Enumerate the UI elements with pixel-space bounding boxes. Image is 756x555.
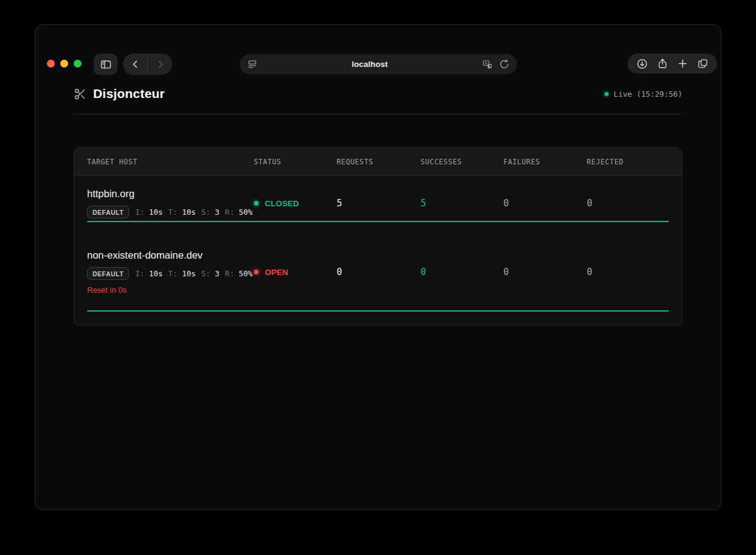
- status-cell: CLOSED: [254, 199, 337, 208]
- status-cell: OPEN: [254, 268, 337, 277]
- breakers-table: TARGET HOST STATUS REQUESTS SUCCESSES FA…: [74, 147, 682, 326]
- tab-overview-button[interactable]: [697, 58, 709, 69]
- success-rate-bar: [87, 221, 669, 223]
- breaker-config: I: 10s T: 10s S: 3 R: 50%: [135, 208, 253, 217]
- toolbar-actions-group: [628, 54, 717, 74]
- requests-value: 5: [337, 198, 421, 209]
- svg-text:A: A: [485, 61, 488, 65]
- failures-value: 0: [503, 198, 587, 209]
- reset-countdown: Reset in 0s: [87, 285, 254, 295]
- column-target-host: TARGET HOST: [87, 158, 254, 166]
- successes-value: 5: [421, 198, 503, 209]
- rejected-value: 0: [587, 267, 669, 278]
- chevron-left-icon: [130, 59, 141, 69]
- reload-icon[interactable]: [499, 59, 509, 69]
- traffic-light-close[interactable]: [47, 60, 55, 68]
- translate-icon[interactable]: A ✱: [482, 59, 493, 70]
- table-row: non-existent-domaine.dev DEFAULT I: 10s …: [74, 231, 682, 313]
- scissors-icon: [74, 88, 86, 100]
- host-name: httpbin.org: [87, 188, 254, 200]
- failures-value: 0: [503, 267, 587, 278]
- table-header-row: TARGET HOST STATUS REQUESTS SUCCESSES FA…: [74, 148, 682, 176]
- reader-view-icon[interactable]: [247, 59, 257, 69]
- column-failures: FAILURES: [503, 158, 587, 166]
- downloads-button[interactable]: [636, 58, 648, 70]
- new-tab-button[interactable]: [677, 58, 688, 69]
- host-name: non-existent-domaine.dev: [87, 250, 254, 261]
- column-requests: REQUESTS: [337, 158, 421, 166]
- status-dot-icon: [254, 270, 259, 274]
- url-text: localhost: [257, 60, 482, 69]
- successes-value: 0: [421, 267, 503, 278]
- navigation-group: [123, 54, 172, 75]
- forward-button[interactable]: [148, 54, 172, 75]
- column-status: STATUS: [254, 158, 337, 166]
- table-row: httpbin.org DEFAULT I: 10s T: 10s S: 3 R…: [74, 176, 682, 231]
- profile-badge: DEFAULT: [87, 206, 129, 218]
- sidebar-toggle-button[interactable]: [94, 54, 117, 75]
- page-header: Disjoncteur Live (15:29:56): [74, 82, 682, 106]
- chevron-right-icon: [155, 59, 166, 69]
- share-button[interactable]: [657, 58, 668, 69]
- live-label: Live (15:29:56): [614, 89, 682, 99]
- traffic-light-zoom[interactable]: [74, 60, 82, 68]
- address-bar[interactable]: localhost A ✱: [240, 54, 517, 74]
- live-status: Live (15:29:56): [604, 89, 682, 99]
- page-title: Disjoncteur: [93, 86, 165, 101]
- browser-toolbar: localhost A ✱: [35, 25, 721, 76]
- status-label: CLOSED: [265, 199, 299, 208]
- svg-text:✱: ✱: [489, 64, 492, 68]
- success-rate-bar: [87, 310, 669, 312]
- rejected-value: 0: [587, 198, 669, 209]
- sidebar-icon: [100, 58, 112, 71]
- browser-window: localhost A ✱: [35, 24, 721, 510]
- status-dot-icon: [254, 201, 259, 206]
- status-label: OPEN: [265, 268, 288, 277]
- requests-value: 0: [337, 267, 421, 278]
- host-cell: non-existent-domaine.dev DEFAULT I: 10s …: [87, 250, 254, 295]
- header-divider: [74, 114, 682, 114]
- traffic-light-minimize[interactable]: [60, 60, 68, 68]
- live-dot-icon: [604, 92, 609, 96]
- host-cell: httpbin.org DEFAULT I: 10s T: 10s S: 3 R…: [87, 188, 254, 218]
- profile-badge: DEFAULT: [87, 267, 129, 280]
- column-rejected: REJECTED: [587, 158, 669, 166]
- breaker-config: I: 10s T: 10s S: 3 R: 50%: [135, 269, 253, 278]
- column-successes: SUCCESSES: [421, 158, 503, 166]
- back-button[interactable]: [123, 54, 147, 75]
